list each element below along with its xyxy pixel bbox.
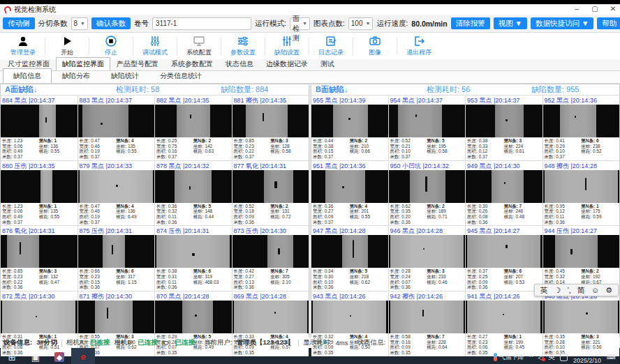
taskbar-active-app-icon[interactable]: e — [71, 348, 95, 364]
app-window: 视觉检测系统 – ▢ ✕ 传动侧 分切条数 8▼ 确认条数 卷号 运行模式: 双… — [0, 0, 620, 364]
action-play-button[interactable]: 开始 — [45, 35, 89, 57]
meta-value: 0.06 — [14, 208, 23, 213]
tray-expand-icon[interactable]: ^ — [530, 354, 533, 361]
defect-cell[interactable]: 880 压伤 |20:14:35长度: 1.23宽度: 0.06面积: 0.49… — [1, 161, 78, 226]
meta-label: 米数: — [2, 154, 13, 159]
input-language-indicator[interactable]: 英 — [548, 352, 555, 362]
slit-count-select[interactable]: 8▼ — [71, 17, 89, 30]
ime-moon-icon[interactable]: ☽ — [554, 286, 561, 295]
defect-cell[interactable]: 942 擦伤 |20:14:26长度: 0.58宽度: 0.16面积: 0.09… — [389, 291, 466, 356]
start-button[interactable]: ⊞ — [0, 348, 24, 364]
close-icon[interactable]: ✕ — [609, 5, 617, 13]
defect-cell[interactable]: 873 压伤 |20:14:30长度: 0.42宽度: 0.27面积: 0.13… — [232, 226, 309, 291]
meta-label: 横距: — [427, 214, 437, 219]
sub-tab-3[interactable]: 分类信息统计 — [149, 68, 212, 83]
meta-label: 坐标: — [581, 208, 591, 213]
defect-cell[interactable]: 876 氧化 |20:14:31长度: 0.85宽度: 0.23面积: 0.22… — [1, 226, 78, 291]
ime-punctuation-toggle[interactable]: ’, — [567, 286, 571, 294]
meta-label: 坐标: — [504, 144, 515, 149]
main-tab-4[interactable]: 状态信息 — [219, 57, 260, 70]
defect-cell[interactable]: 947 黑点 |20:14:28长度: 0.34宽度: 0.30面积: 0.10… — [311, 226, 388, 291]
sub-tab-2[interactable]: 缺陷统计 — [101, 68, 149, 83]
app-logo-icon — [4, 6, 11, 13]
ime-simplified-toggle[interactable]: 简 — [577, 285, 585, 296]
taskbar-clock[interactable]: 20:14 2025/2/10 — [573, 350, 601, 364]
defect-cell[interactable]: 874 压伤 |20:14:31长度: 0.38宽度: 0.31面积: 0.11… — [155, 226, 232, 291]
data-quick-access-menu-button[interactable]: 数据快捷访问 ▼ — [531, 17, 593, 30]
defect-cell[interactable]: 950 小凹坑 |20:14:32长度: 0.62宽度: 0.35面积: 0.2… — [389, 161, 466, 226]
defect-cell[interactable]: 952 黑点 |20:14:36长度: 0.41宽度: 0.29面积: 0.10… — [543, 96, 620, 160]
panel-title[interactable]: A面缺陷↓ — [5, 84, 116, 95]
clear-alarm-button[interactable]: 清除报警 — [451, 17, 490, 30]
slit-count-label: 分切条数 — [38, 19, 68, 29]
defect-cell[interactable]: 881 擦伤 |20:14:35长度: 0.85宽度: 0.23面积: 0.22… — [232, 96, 309, 160]
defect-cell[interactable]: 951 黑点 |20:14:36长度: 0.36宽度: 0.27面积: 0.09… — [311, 161, 388, 226]
defect-cell[interactable]: 878 黑点 |20:14:32长度: 0.36宽度: 0.32面积: 0.11… — [155, 161, 232, 226]
meta-label: 横距: — [581, 214, 591, 219]
defect-grid: 884 黑点 |20:14:37长度: 1.23宽度: 0.06面积: 0.49… — [1, 96, 309, 356]
drive-side-button[interactable]: 传动侧 — [3, 17, 35, 30]
defect-cell[interactable]: 944 压伤 |20:14:27长度: 0.45宽度: 0.32面积: 0.14… — [543, 226, 620, 291]
defect-cell[interactable]: 946 黑点 |20:14:28长度: 0.28宽度: 0.24面积: 0.07… — [389, 226, 466, 291]
defect-cell[interactable]: 953 黑点 |20:14:37长度: 0.38宽度: 0.33面积: 0.12… — [466, 96, 542, 160]
meta-label: 面积: — [313, 149, 323, 153]
meta-value: 0.47 — [91, 138, 100, 143]
defect-cell[interactable]: 945 黑点 |20:14:27长度: 0.37宽度: 0.25面积: 0.09… — [466, 226, 542, 291]
meta-label: 面积: — [390, 214, 401, 219]
meta-value: 0.37 — [325, 154, 334, 159]
touch-keyboard-icon[interactable]: ⌨ — [607, 354, 616, 361]
action-exit-button[interactable]: 退出程序 — [397, 35, 441, 57]
sub-tab-1[interactable]: 缺陷分布 — [52, 68, 101, 83]
defect-cell[interactable]: 879 黑点 |20:14:33长度: 0.47宽度: 0.46面积: 0.19… — [78, 161, 155, 226]
chart-points-select[interactable]: 100▼ — [348, 17, 374, 30]
run-mode-select[interactable]: 双面检测▼ — [290, 17, 310, 30]
sub-tab-0[interactable]: 缺陷信息 — [3, 68, 52, 83]
ime-emoji-icon[interactable]: ☺ — [591, 286, 599, 294]
help-menu-button[interactable]: 帮助 ▼ — [597, 17, 620, 30]
maximize-icon[interactable]: ▢ — [591, 5, 599, 13]
roll-number-input[interactable] — [152, 17, 251, 30]
defect-cell[interactable]: 882 黑点 |20:14:35长度: 0.25宽度: 0.75面积: 0.16… — [155, 96, 232, 160]
defect-cell[interactable]: 883 黑点 |20:14:37长度: 0.47宽度: 0.46面积: 0.19… — [78, 96, 155, 160]
taskbar-app-icon[interactable]: ◆ — [47, 348, 71, 364]
meta-value: 189 — [438, 208, 446, 213]
meta-value: 136 — [50, 144, 58, 149]
action-defect-sliders-button[interactable]: 缺陷设置 — [265, 35, 309, 57]
view-menu-button[interactable]: 视图 ▼ — [494, 17, 527, 30]
action-stop-button[interactable]: 停止 — [89, 35, 133, 57]
volume-icon[interactable]: ◁ — [538, 354, 543, 361]
defect-cell[interactable]: 954 黑点 |20:14:37长度: 0.52宽度: 0.21面积: 0.10… — [389, 96, 466, 160]
meta-label: 米数: — [390, 285, 401, 289]
defect-meta: 长度: 0.38宽度: 0.31面积: 0.11米数: 0.36第N条: 6坐标… — [155, 268, 232, 291]
action-monitor-button[interactable]: 系统配置 — [177, 35, 221, 57]
defect-cell[interactable]: 955 黑点 |20:14:39长度: 0.44宽度: 0.38面积: 0.15… — [311, 96, 388, 160]
confirm-count-button[interactable]: 确认条数 — [91, 17, 131, 30]
meta-label: 第N条: — [193, 268, 207, 273]
action-user-button[interactable]: 管理登录 — [1, 35, 45, 57]
main-tab-5[interactable]: 边缘数据记录 — [260, 57, 314, 70]
meta-value: 0.18 — [245, 208, 254, 213]
defect-cell[interactable]: 875 压伤 |20:14:31长度: 0.66宽度: 0.23面积: 0.15… — [78, 226, 155, 291]
ime-tray-icon[interactable] — [560, 354, 568, 361]
action-camera-button[interactable]: 图像 — [353, 35, 397, 57]
defect-cell[interactable]: 884 黑点 |20:14:37长度: 1.23宽度: 0.06面积: 0.49… — [1, 96, 78, 160]
action-params-sliders-button[interactable]: 参数设置 — [221, 35, 265, 57]
panel-title[interactable]: B面缺陷↓ — [316, 84, 427, 95]
meta-label: 第N条: — [581, 138, 595, 143]
action-log-button[interactable]: 日志记录 — [309, 35, 353, 57]
defect-cell[interactable]: 940 黑点 |20:14:26长度: 0.35宽度: 0.28面积: 0.10… — [543, 291, 620, 356]
meta-label: 横距: — [350, 214, 360, 219]
minimize-icon[interactable]: – — [573, 5, 581, 13]
weather-widget[interactable]: 气温下降 — [494, 353, 524, 362]
task-view-button[interactable]: ▣ — [24, 348, 47, 364]
main-tab-6[interactable]: 测试 — [314, 57, 341, 70]
defect-cell[interactable]: 948 擦伤 |20:14:28长度: 0.95宽度: 0.12面积: 0.11… — [543, 161, 620, 226]
defect-cell[interactable]: 877 氧化 |20:14:31长度: 0.52宽度: 0.18面积: 0.09… — [232, 161, 309, 226]
meta-value: 0.46 — [438, 280, 448, 285]
action-debug-sliders-button[interactable]: 调试模式 — [133, 35, 177, 57]
defect-cell[interactable]: 941 黑点 |20:14:26长度: 0.27宽度: 0.23面积: 0.06… — [466, 291, 542, 356]
ime-lang-toggle[interactable]: 英 — [540, 285, 548, 296]
defect-cell[interactable]: 949 黑点 |20:14:30长度: 0.30宽度: 0.26面积: 0.08… — [466, 161, 542, 226]
stop-icon — [105, 35, 117, 47]
ime-settings-gear-icon[interactable]: ⚙ — [605, 286, 612, 295]
